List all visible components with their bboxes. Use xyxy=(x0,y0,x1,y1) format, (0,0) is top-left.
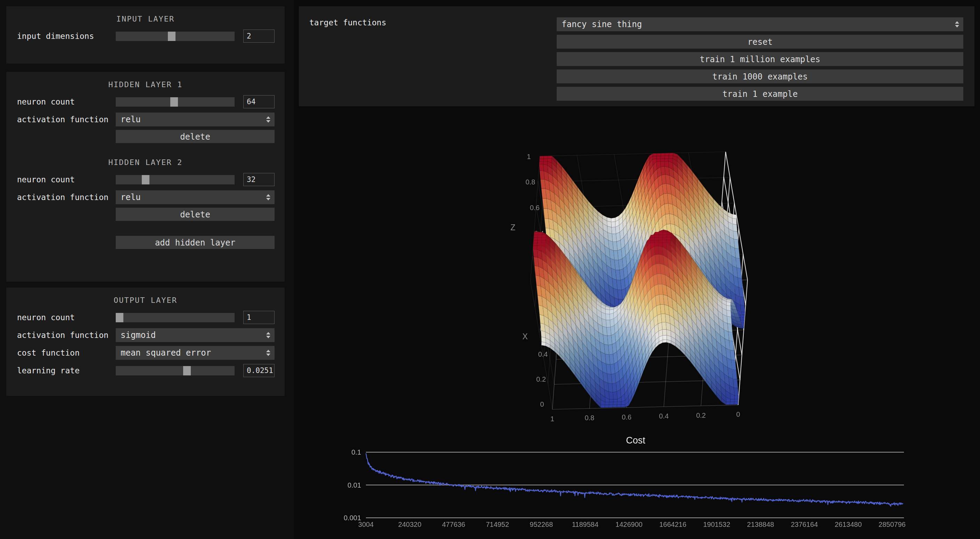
hidden-layer-2-title: HIDDEN LAYER 2 xyxy=(6,158,285,167)
add-hidden-layer-button[interactable]: add hidden layer xyxy=(116,236,275,249)
hidden-layer-1-title: HIDDEN LAYER 1 xyxy=(6,80,285,89)
hidden-layer-1-neuron-value[interactable]: 64 xyxy=(243,95,275,108)
input-dimensions-slider[interactable] xyxy=(116,32,235,41)
input-dimensions-label: input dimensions xyxy=(17,32,116,41)
neuron-count-label: neuron count xyxy=(17,313,116,322)
dropdown-arrows-icon xyxy=(266,194,270,200)
hidden-layer-2-neuron-slider[interactable] xyxy=(116,175,235,184)
hidden-layer-1-neuron-slider-thumb[interactable] xyxy=(170,97,178,106)
hidden-layers-panel: HIDDEN LAYER 1 neuron count 64 activatio… xyxy=(6,72,285,282)
input-layer-title: INPUT LAYER xyxy=(6,14,285,23)
target-function-dropdown[interactable]: fancy sine thing xyxy=(557,17,963,31)
hidden-layer-2-neuron-value[interactable]: 32 xyxy=(243,173,275,186)
hidden-layer-2-activation-value: relu xyxy=(121,192,141,202)
activation-function-label: activation function xyxy=(17,331,116,340)
hidden-layer-1-activation-row: activation function relu xyxy=(6,112,285,127)
output-layer-title: OUTPUT LAYER xyxy=(6,296,285,304)
activation-function-label: activation function xyxy=(17,115,116,124)
dropdown-arrows-icon xyxy=(955,21,959,27)
cost-function-label: cost function xyxy=(17,348,116,357)
target-functions-label: target functions xyxy=(309,18,387,27)
output-activation-row: activation function sigmoid xyxy=(6,328,285,342)
learning-rate-value[interactable]: 0.0251 xyxy=(243,364,275,377)
output-neuron-row: neuron count 1 xyxy=(6,310,285,325)
output-neuron-value[interactable]: 1 xyxy=(243,311,275,324)
hidden-layer-2-neuron-row: neuron count 32 xyxy=(6,172,285,187)
hidden-layer-1-delete-button[interactable]: delete xyxy=(116,130,275,143)
dropdown-arrows-icon xyxy=(266,350,270,356)
neuron-count-label: neuron count xyxy=(17,175,116,184)
learning-rate-slider-thumb[interactable] xyxy=(183,366,191,376)
hidden-layer-1-activation-dropdown[interactable]: relu xyxy=(116,113,275,127)
input-dimensions-slider-thumb[interactable] xyxy=(168,32,175,41)
output-neuron-slider[interactable] xyxy=(116,313,235,322)
target-function-value: fancy sine thing xyxy=(562,19,642,29)
hidden-layer-2-neuron-slider-thumb[interactable] xyxy=(142,175,150,184)
cost-function-row: cost function mean squared error xyxy=(6,346,285,360)
dropdown-arrows-icon xyxy=(266,116,270,123)
reset-button[interactable]: reset xyxy=(557,35,963,49)
input-layer-panel: INPUT LAYER input dimensions 2 xyxy=(6,6,285,63)
learning-rate-slider[interactable] xyxy=(116,366,235,376)
neuron-count-label: neuron count xyxy=(17,97,116,106)
hidden-layer-2-delete-button[interactable]: delete xyxy=(116,208,275,221)
hidden-layer-1-neuron-row: neuron count 64 xyxy=(6,95,285,109)
cost-function-dropdown[interactable]: mean squared error xyxy=(116,346,275,360)
surface-3d-plot[interactable] xyxy=(299,108,974,431)
target-functions-panel: target functions fancy sine thing reset … xyxy=(299,6,974,106)
learning-rate-label: learning rate xyxy=(17,366,116,375)
cost-chart[interactable] xyxy=(340,433,931,537)
dropdown-arrows-icon xyxy=(266,332,270,338)
output-layer-panel: OUTPUT LAYER neuron count 1 activation f… xyxy=(6,288,285,396)
input-dimensions-row: input dimensions 2 xyxy=(6,29,285,43)
train-thousand-button[interactable]: train 1000 examples xyxy=(557,70,963,83)
input-dimensions-value[interactable]: 2 xyxy=(243,30,275,43)
activation-function-label: activation function xyxy=(17,193,116,202)
output-activation-value: sigmoid xyxy=(121,330,156,340)
output-neuron-slider-thumb[interactable] xyxy=(116,313,123,322)
hidden-layer-1-activation-value: relu xyxy=(121,115,141,124)
hidden-layer-1-neuron-slider[interactable] xyxy=(116,97,235,106)
cost-function-value: mean squared error xyxy=(121,348,211,358)
hidden-layer-2-activation-dropdown[interactable]: relu xyxy=(116,190,275,204)
hidden-layer-2-activation-row: activation function relu xyxy=(6,190,285,205)
learning-rate-row: learning rate 0.0251 xyxy=(6,363,285,378)
output-activation-dropdown[interactable]: sigmoid xyxy=(116,328,275,342)
train-million-button[interactable]: train 1 million examples xyxy=(557,52,963,66)
train-one-button[interactable]: train 1 example xyxy=(557,87,963,101)
